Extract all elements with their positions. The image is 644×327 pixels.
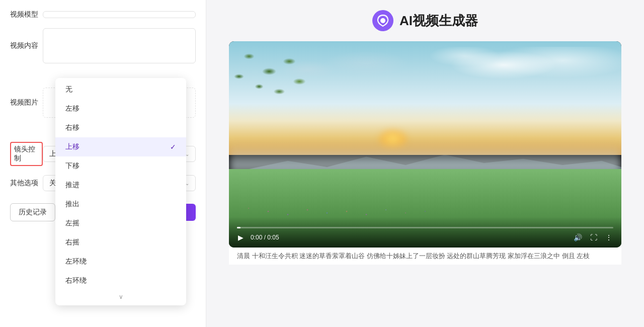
dropdown-item-none[interactable]: 无 — [55, 80, 186, 99]
left-panel: 视频模型 视频内容 视频图片 镜头控制 上移 ⌃⌄ 其他选项 关闭循 — [0, 0, 206, 327]
app-logo-icon — [372, 10, 393, 31]
dropdown-item-right-move[interactable]: 右移 — [55, 118, 186, 137]
dropdown-item-right-orbit[interactable]: 右环绕 — [55, 271, 186, 290]
video-image-label: 视频图片 — [10, 98, 43, 107]
page-title: AI视频生成器 — [399, 12, 478, 30]
page-header: AI视频生成器 — [372, 10, 478, 31]
progress-track[interactable] — [237, 227, 613, 228]
dropdown-item-push-in[interactable]: 推进 — [55, 176, 186, 195]
subtitle-text: 清晨 十和汪生令共积 迷迷的草香萦罩着山谷 仿佛给十姊妹上了一层妆扮 远处的群山… — [237, 252, 590, 260]
fullscreen-button[interactable]: ⛶ — [589, 232, 598, 242]
subtitle-bar: 清晨 十和汪生令共积 迷迷的草香萦罩着山谷 仿佛给十姊妹上了一层妆扮 远处的群山… — [229, 248, 621, 265]
dropdown-item-push-out[interactable]: 推出 — [55, 195, 186, 214]
branch-element — [229, 41, 319, 137]
time-display: 0:00 / 0:05 — [251, 234, 279, 241]
more-button[interactable]: ⋮ — [604, 232, 613, 242]
dropdown-item-left-orbit[interactable]: 左环绕 — [55, 252, 186, 271]
check-icon: ✓ — [170, 143, 176, 151]
play-button[interactable]: ▶ — [237, 232, 245, 242]
dropdown-item-left-pan[interactable]: 左摇 — [55, 214, 186, 233]
video-model-row: 视频模型 — [10, 10, 196, 19]
controls-left: ▶ 0:00 / 0:05 — [237, 232, 279, 242]
svg-point-1 — [380, 18, 385, 23]
leaves-layer — [229, 41, 347, 165]
video-content-label: 视频内容 — [10, 41, 43, 50]
dropdown-item-down-move[interactable]: 下移 — [55, 156, 186, 176]
camera-dropdown: 无 左移 右移 上移 ✓ 下移 推进 推出 左摇 — [55, 78, 186, 305]
volume-button[interactable]: 🔊 — [573, 232, 583, 242]
controls-row: ▶ 0:00 / 0:05 🔊 ⛶ ⋮ — [237, 232, 613, 242]
video-content-row: 视频内容 — [10, 28, 196, 63]
video-player[interactable]: ▶ 0:00 / 0:05 🔊 ⛶ ⋮ — [229, 41, 621, 248]
video-content-input[interactable] — [43, 28, 196, 63]
video-controls: ▶ 0:00 / 0:05 🔊 ⛶ ⋮ — [229, 217, 621, 248]
dropdown-item-right-pan[interactable]: 右摇 — [55, 233, 186, 252]
other-options-label: 其他选项 — [10, 179, 43, 188]
controls-right: 🔊 ⛶ ⋮ — [573, 232, 613, 242]
dropdown-item-left-move[interactable]: 左移 — [55, 99, 186, 118]
video-model-label: 视频模型 — [10, 10, 43, 19]
dropdown-more-indicator[interactable]: ∨ — [55, 290, 186, 303]
right-panel: AI视频生成器 — [206, 0, 644, 327]
camera-control-label: 镜头控制 — [10, 142, 43, 166]
dropdown-item-up-move[interactable]: 上移 ✓ — [55, 137, 186, 156]
video-model-select[interactable] — [43, 11, 196, 18]
progress-fill — [237, 227, 240, 228]
history-button[interactable]: 历史记录 — [10, 203, 55, 221]
